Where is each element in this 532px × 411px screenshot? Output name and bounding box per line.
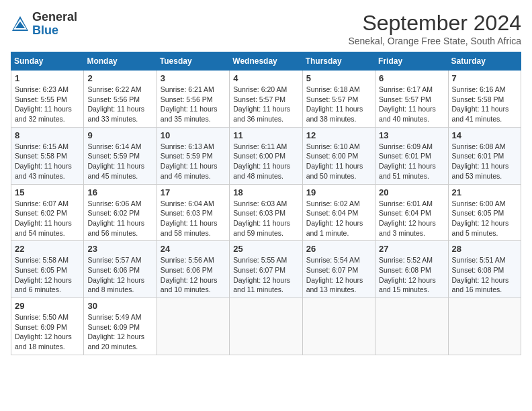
day-info: Sunrise: 5:52 AMSunset: 6:08 PMDaylight:…: [379, 256, 436, 293]
day-number: 29: [15, 301, 80, 311]
calendar-cell: 9 Sunrise: 6:14 AMSunset: 5:59 PMDayligh…: [84, 127, 157, 184]
calendar-cell: [375, 298, 448, 355]
day-info: Sunrise: 6:13 AMSunset: 5:59 PMDaylight:…: [161, 142, 218, 180]
calendar-week-row: 22 Sunrise: 5:58 AMSunset: 6:05 PMDaylig…: [11, 241, 521, 298]
calendar-cell: 5 Sunrise: 6:18 AMSunset: 5:57 PMDayligh…: [302, 71, 375, 128]
day-info: Sunrise: 6:08 AMSunset: 6:01 PMDaylight:…: [452, 142, 509, 180]
day-info: Sunrise: 6:09 AMSunset: 6:01 PMDaylight:…: [379, 142, 436, 180]
calendar-cell: 28 Sunrise: 5:51 AMSunset: 6:08 PMDaylig…: [448, 241, 521, 298]
day-info: Sunrise: 6:06 AMSunset: 6:02 PMDaylight:…: [87, 199, 144, 237]
day-info: Sunrise: 6:18 AMSunset: 5:57 PMDaylight:…: [306, 85, 363, 123]
day-info: Sunrise: 5:56 AMSunset: 6:06 PMDaylight:…: [161, 256, 218, 293]
calendar-cell: 10 Sunrise: 6:13 AMSunset: 5:59 PMDaylig…: [157, 127, 229, 184]
day-info: Sunrise: 6:01 AMSunset: 6:04 PMDaylight:…: [379, 199, 436, 237]
day-info: Sunrise: 5:55 AMSunset: 6:07 PMDaylight:…: [233, 256, 290, 293]
day-info: Sunrise: 6:16 AMSunset: 5:58 PMDaylight:…: [452, 85, 509, 123]
weekday-header: Friday: [375, 52, 448, 71]
day-info: Sunrise: 5:51 AMSunset: 6:08 PMDaylight:…: [452, 256, 509, 293]
day-number: 19: [306, 187, 371, 197]
day-info: Sunrise: 5:49 AMSunset: 6:09 PMDaylight:…: [87, 313, 144, 351]
calendar-cell: 1 Sunrise: 6:23 AMSunset: 5:55 PMDayligh…: [11, 71, 84, 128]
calendar-cell: 25 Sunrise: 5:55 AMSunset: 6:07 PMDaylig…: [230, 241, 302, 298]
day-info: Sunrise: 6:15 AMSunset: 5:58 PMDaylight:…: [15, 142, 72, 180]
calendar-cell: 29 Sunrise: 5:50 AMSunset: 6:09 PMDaylig…: [11, 298, 84, 355]
day-number: 15: [15, 187, 80, 197]
calendar-week-row: 29 Sunrise: 5:50 AMSunset: 6:09 PMDaylig…: [11, 298, 521, 355]
calendar-cell: 15 Sunrise: 6:07 AMSunset: 6:02 PMDaylig…: [11, 184, 84, 241]
calendar-cell: 19 Sunrise: 6:02 AMSunset: 6:04 PMDaylig…: [302, 184, 375, 241]
calendar-week-row: 15 Sunrise: 6:07 AMSunset: 6:02 PMDaylig…: [11, 184, 521, 241]
calendar-cell: 24 Sunrise: 5:56 AMSunset: 6:06 PMDaylig…: [157, 241, 229, 298]
day-info: Sunrise: 6:21 AMSunset: 5:56 PMDaylight:…: [161, 85, 218, 123]
calendar-cell: [230, 298, 302, 355]
day-number: 28: [452, 244, 517, 254]
calendar-cell: [448, 298, 521, 355]
logo: General Blue: [11, 11, 77, 38]
calendar-cell: [302, 298, 375, 355]
month-title: September 2024: [348, 11, 521, 36]
day-number: 12: [306, 130, 371, 140]
weekday-header: Saturday: [448, 52, 521, 71]
day-info: Sunrise: 6:00 AMSunset: 6:05 PMDaylight:…: [452, 199, 509, 237]
day-info: Sunrise: 6:07 AMSunset: 6:02 PMDaylight:…: [15, 199, 72, 237]
calendar-cell: 26 Sunrise: 5:54 AMSunset: 6:07 PMDaylig…: [302, 241, 375, 298]
calendar-cell: 22 Sunrise: 5:58 AMSunset: 6:05 PMDaylig…: [11, 241, 84, 298]
day-number: 8: [15, 130, 80, 140]
day-number: 5: [306, 73, 371, 83]
weekday-header: Wednesday: [230, 52, 302, 71]
day-info: Sunrise: 6:03 AMSunset: 6:03 PMDaylight:…: [233, 199, 290, 237]
day-number: 20: [379, 187, 444, 197]
calendar-cell: 17 Sunrise: 6:04 AMSunset: 6:03 PMDaylig…: [157, 184, 229, 241]
day-info: Sunrise: 6:04 AMSunset: 6:03 PMDaylight:…: [161, 199, 218, 237]
calendar-cell: 23 Sunrise: 5:57 AMSunset: 6:06 PMDaylig…: [84, 241, 157, 298]
day-number: 1: [15, 73, 80, 83]
page-header: General Blue September 2024 Senekal, Ora…: [11, 11, 521, 46]
day-number: 3: [161, 73, 226, 83]
calendar-cell: 16 Sunrise: 6:06 AMSunset: 6:02 PMDaylig…: [84, 184, 157, 241]
calendar-cell: [157, 298, 229, 355]
calendar-cell: 13 Sunrise: 6:09 AMSunset: 6:01 PMDaylig…: [375, 127, 448, 184]
day-number: 11: [233, 130, 298, 140]
day-number: 6: [379, 73, 444, 83]
day-number: 25: [233, 244, 298, 254]
calendar-cell: 2 Sunrise: 6:22 AMSunset: 5:56 PMDayligh…: [84, 71, 157, 128]
calendar-cell: 30 Sunrise: 5:49 AMSunset: 6:09 PMDaylig…: [84, 298, 157, 355]
day-info: Sunrise: 6:20 AMSunset: 5:57 PMDaylight:…: [233, 85, 290, 123]
day-number: 22: [15, 244, 80, 254]
day-number: 23: [87, 244, 152, 254]
day-number: 27: [379, 244, 444, 254]
calendar-cell: 8 Sunrise: 6:15 AMSunset: 5:58 PMDayligh…: [11, 127, 84, 184]
day-number: 2: [87, 73, 152, 83]
weekday-header: Sunday: [11, 52, 84, 71]
day-number: 13: [379, 130, 444, 140]
calendar-cell: 7 Sunrise: 6:16 AMSunset: 5:58 PMDayligh…: [448, 71, 521, 128]
day-number: 26: [306, 244, 371, 254]
calendar-cell: 18 Sunrise: 6:03 AMSunset: 6:03 PMDaylig…: [230, 184, 302, 241]
day-number: 24: [161, 244, 226, 254]
logo-icon: [11, 15, 30, 34]
calendar-table: SundayMondayTuesdayWednesdayThursdayFrid…: [11, 52, 521, 355]
calendar-header-row: SundayMondayTuesdayWednesdayThursdayFrid…: [11, 52, 521, 71]
calendar-cell: 6 Sunrise: 6:17 AMSunset: 5:57 PMDayligh…: [375, 71, 448, 128]
weekday-header: Tuesday: [157, 52, 229, 71]
calendar-cell: 27 Sunrise: 5:52 AMSunset: 6:08 PMDaylig…: [375, 241, 448, 298]
day-info: Sunrise: 6:02 AMSunset: 6:04 PMDaylight:…: [306, 199, 363, 237]
day-info: Sunrise: 5:50 AMSunset: 6:09 PMDaylight:…: [15, 313, 72, 351]
calendar-week-row: 1 Sunrise: 6:23 AMSunset: 5:55 PMDayligh…: [11, 71, 521, 128]
day-number: 16: [87, 187, 152, 197]
day-info: Sunrise: 6:10 AMSunset: 6:00 PMDaylight:…: [306, 142, 363, 180]
day-info: Sunrise: 6:14 AMSunset: 5:59 PMDaylight:…: [87, 142, 144, 180]
day-info: Sunrise: 6:17 AMSunset: 5:57 PMDaylight:…: [379, 85, 436, 123]
day-info: Sunrise: 6:11 AMSunset: 6:00 PMDaylight:…: [233, 142, 290, 180]
day-info: Sunrise: 5:54 AMSunset: 6:07 PMDaylight:…: [306, 256, 363, 293]
weekday-header: Monday: [84, 52, 157, 71]
day-number: 10: [161, 130, 226, 140]
day-number: 4: [233, 73, 298, 83]
calendar-cell: 20 Sunrise: 6:01 AMSunset: 6:04 PMDaylig…: [375, 184, 448, 241]
calendar-cell: 14 Sunrise: 6:08 AMSunset: 6:01 PMDaylig…: [448, 127, 521, 184]
calendar-cell: 11 Sunrise: 6:11 AMSunset: 6:00 PMDaylig…: [230, 127, 302, 184]
calendar-week-row: 8 Sunrise: 6:15 AMSunset: 5:58 PMDayligh…: [11, 127, 521, 184]
day-info: Sunrise: 6:23 AMSunset: 5:55 PMDaylight:…: [15, 85, 72, 123]
day-info: Sunrise: 6:22 AMSunset: 5:56 PMDaylight:…: [87, 85, 144, 123]
day-info: Sunrise: 5:57 AMSunset: 6:06 PMDaylight:…: [87, 256, 144, 293]
